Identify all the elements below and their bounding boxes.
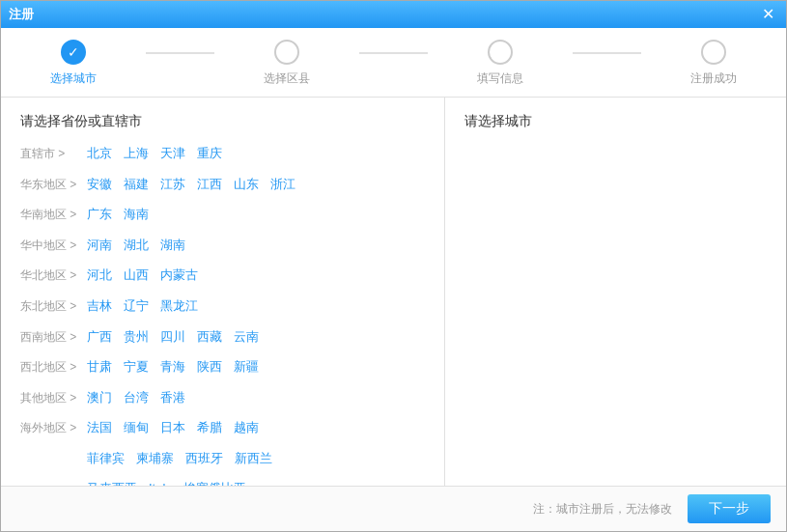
city-link-1-3[interactable]: 江西 bbox=[193, 173, 226, 195]
city-link-1-5[interactable]: 浙江 bbox=[267, 173, 299, 195]
city-link-5-0[interactable]: 吉林 bbox=[83, 294, 116, 317]
city-link-7-2[interactable]: 青海 bbox=[156, 355, 189, 378]
city-link-2-1[interactable]: 海南 bbox=[120, 203, 153, 225]
region-label-7: 西北地区 > bbox=[20, 357, 83, 378]
region-label-0: 直辖市 > bbox=[20, 144, 83, 165]
city-link-8-2[interactable]: 香港 bbox=[156, 386, 189, 408]
right-panel-title: 请选择城市 bbox=[464, 113, 767, 130]
region-label-2: 华南地区 > bbox=[20, 205, 83, 226]
step-1-label: 选择城市 bbox=[50, 70, 97, 87]
city-link-9-1[interactable]: 缅甸 bbox=[120, 416, 153, 438]
region-cities-0: 北京上海天津重庆 bbox=[83, 142, 226, 164]
region-row-1: 华东地区 >安徽福建江苏江西山东浙江 bbox=[20, 173, 425, 196]
step-1: ✓ 选择城市 bbox=[1, 40, 146, 87]
step-3-circle bbox=[488, 40, 513, 65]
city-link-0-2[interactable]: 天津 bbox=[156, 142, 189, 164]
step-3-label: 填写信息 bbox=[477, 70, 523, 87]
city-link-5-1[interactable]: 辽宁 bbox=[120, 294, 153, 317]
city-link-7-4[interactable]: 新疆 bbox=[230, 355, 263, 378]
city-link-1-4[interactable]: 山东 bbox=[230, 173, 263, 195]
step-3: 填写信息 bbox=[428, 40, 573, 87]
city-link-8-1[interactable]: 台湾 bbox=[120, 386, 153, 408]
region-label-8: 其他地区 > bbox=[20, 388, 83, 409]
note-text: 注：城市注册后，无法修改 bbox=[533, 501, 672, 518]
stepper: ✓ 选择城市 选择区县 填写信息 注册成功 bbox=[1, 28, 786, 98]
region-cities-4: 河北山西内蒙古 bbox=[83, 264, 202, 286]
city-link-6-2[interactable]: 四川 bbox=[156, 325, 189, 348]
city-link-10-2[interactable]: 西班牙 bbox=[182, 447, 227, 469]
city-link-10-3[interactable]: 新西兰 bbox=[231, 447, 276, 469]
region-row-5: 东北地区 >吉林辽宁黑龙江 bbox=[20, 294, 425, 318]
region-cities-11: 马来西亚Italy埃塞俄比亚 bbox=[83, 477, 250, 486]
city-link-3-2[interactable]: 湖南 bbox=[156, 234, 189, 256]
region-row-0: 直辖市 >北京上海天津重庆 bbox=[20, 142, 425, 165]
city-link-6-0[interactable]: 广西 bbox=[83, 325, 116, 348]
city-link-6-3[interactable]: 西藏 bbox=[193, 325, 226, 348]
region-row-9: 海外地区 >法国缅甸日本希腊越南 bbox=[20, 416, 425, 439]
step-4-circle bbox=[701, 40, 726, 65]
connector-2-3 bbox=[359, 52, 428, 54]
region-cities-5: 吉林辽宁黑龙江 bbox=[83, 294, 202, 317]
region-row-3: 华中地区 >河南湖北湖南 bbox=[20, 234, 425, 257]
city-link-10-1[interactable]: 柬埔寨 bbox=[132, 447, 178, 469]
region-label-1: 华东地区 > bbox=[20, 175, 83, 196]
title-bar: 注册 ✕ bbox=[1, 1, 786, 28]
city-link-1-2[interactable]: 江苏 bbox=[156, 173, 189, 195]
city-link-8-0[interactable]: 澳门 bbox=[83, 386, 116, 408]
region-cities-9: 法国缅甸日本希腊越南 bbox=[83, 416, 263, 438]
region-row-4: 华北地区 >河北山西内蒙古 bbox=[20, 264, 425, 287]
city-link-1-0[interactable]: 安徽 bbox=[83, 173, 116, 195]
city-link-7-3[interactable]: 陕西 bbox=[193, 355, 226, 378]
step-2-circle bbox=[274, 40, 299, 65]
region-cities-1: 安徽福建江苏江西山东浙江 bbox=[83, 173, 299, 195]
region-cities-2: 广东海南 bbox=[83, 203, 153, 225]
region-cities-10: 菲律宾柬埔寨西班牙新西兰 bbox=[83, 447, 276, 469]
step-2: 选择区县 bbox=[214, 40, 359, 87]
connector-1-2 bbox=[146, 52, 214, 54]
city-link-3-1[interactable]: 湖北 bbox=[120, 234, 153, 256]
step-4: 注册成功 bbox=[641, 40, 786, 87]
city-link-9-0[interactable]: 法国 bbox=[83, 416, 116, 438]
city-link-0-0[interactable]: 北京 bbox=[83, 142, 116, 164]
city-link-4-2[interactable]: 内蒙古 bbox=[156, 264, 202, 286]
main-window: 注册 ✕ ✓ 选择城市 选择区县 填写信息 注册成功 请选择省份或直辖市 bbox=[0, 0, 787, 532]
city-link-4-1[interactable]: 山西 bbox=[120, 264, 153, 286]
city-link-7-0[interactable]: 甘肃 bbox=[83, 355, 116, 378]
city-link-11-1[interactable]: Italy bbox=[145, 477, 176, 486]
city-link-6-4[interactable]: 云南 bbox=[230, 325, 263, 348]
region-row-8: 其他地区 >澳门台湾香港 bbox=[20, 386, 425, 409]
city-link-9-2[interactable]: 日本 bbox=[156, 416, 189, 438]
city-link-3-0[interactable]: 河南 bbox=[83, 234, 116, 256]
right-panel: 请选择城市 bbox=[445, 98, 786, 486]
bottom-bar: 注：城市注册后，无法修改 下一步 bbox=[1, 486, 786, 531]
city-link-2-0[interactable]: 广东 bbox=[83, 203, 116, 225]
city-link-4-0[interactable]: 河北 bbox=[83, 264, 116, 286]
window-title: 注册 bbox=[9, 6, 34, 23]
city-link-9-3[interactable]: 希腊 bbox=[193, 416, 226, 438]
region-label-3: 华中地区 > bbox=[20, 236, 83, 257]
region-cities-8: 澳门台湾香港 bbox=[83, 386, 189, 408]
city-link-5-2[interactable]: 黑龙江 bbox=[156, 294, 202, 317]
close-button[interactable]: ✕ bbox=[758, 7, 778, 22]
step-2-label: 选择区县 bbox=[264, 70, 310, 87]
city-link-0-1[interactable]: 上海 bbox=[120, 142, 153, 164]
region-row-10: 菲律宾柬埔寨西班牙新西兰 bbox=[20, 447, 425, 469]
city-link-7-1[interactable]: 宁夏 bbox=[120, 355, 153, 378]
region-label-9: 海外地区 > bbox=[20, 418, 83, 439]
city-link-6-1[interactable]: 贵州 bbox=[120, 325, 153, 348]
region-cities-7: 甘肃宁夏青海陕西新疆 bbox=[83, 355, 263, 378]
city-link-11-2[interactable]: 埃塞俄比亚 bbox=[180, 477, 250, 486]
city-link-10-0[interactable]: 菲律宾 bbox=[83, 447, 128, 469]
city-link-1-1[interactable]: 福建 bbox=[120, 173, 153, 195]
region-row-6: 西南地区 >广西贵州四川西藏云南 bbox=[20, 325, 425, 349]
region-cities-6: 广西贵州四川西藏云南 bbox=[83, 325, 263, 348]
city-link-11-0[interactable]: 马来西亚 bbox=[83, 477, 141, 486]
region-label-5: 东北地区 > bbox=[20, 296, 83, 318]
left-panel: 请选择省份或直辖市 直辖市 >北京上海天津重庆华东地区 >安徽福建江苏江西山东浙… bbox=[1, 98, 445, 486]
next-button[interactable]: 下一步 bbox=[688, 494, 771, 523]
region-label-6: 西南地区 > bbox=[20, 327, 83, 349]
city-link-0-3[interactable]: 重庆 bbox=[193, 142, 226, 164]
city-link-9-4[interactable]: 越南 bbox=[230, 416, 263, 438]
region-label-4: 华北地区 > bbox=[20, 266, 83, 287]
left-panel-title: 请选择省份或直辖市 bbox=[20, 113, 425, 130]
